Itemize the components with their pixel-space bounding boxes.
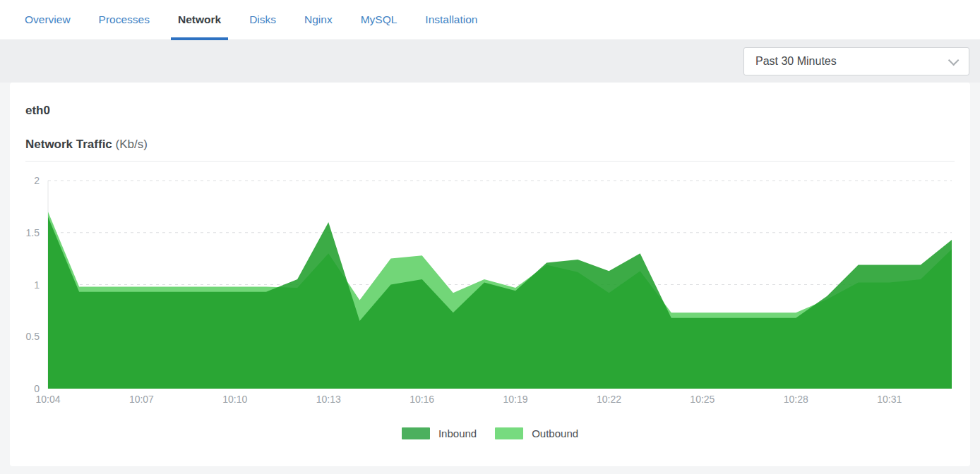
svg-text:0.5: 0.5 [26,331,40,342]
filter-band: Past 30 Minutes [0,40,980,83]
network-traffic-card: eth0 Network Traffic (Kb/s) 00.511.5210:… [10,83,970,466]
legend-label: Inbound [438,427,477,439]
svg-text:10:28: 10:28 [784,394,808,405]
tab-overview[interactable]: Overview [18,0,78,40]
chart-unit: (Kb/s) [116,138,148,151]
legend-item-inbound[interactable]: Inbound [402,427,477,439]
tab-network[interactable]: Network [171,0,228,40]
chevron-down-icon [948,54,960,66]
svg-text:10:19: 10:19 [503,394,528,405]
chart-title: Network Traffic (Kb/s) [10,118,970,161]
svg-text:10:31: 10:31 [877,394,902,405]
tab-mysql[interactable]: MySQL [354,0,405,40]
tab-processes[interactable]: Processes [92,0,157,40]
svg-text:1.5: 1.5 [26,227,40,238]
svg-text:10:25: 10:25 [690,394,715,405]
legend-item-outbound[interactable]: Outbound [495,427,578,439]
interface-title: eth0 [10,83,970,118]
time-range-value: Past 30 Minutes [755,55,837,68]
svg-text:0: 0 [34,383,40,394]
svg-text:1: 1 [34,279,40,291]
svg-text:10:04: 10:04 [35,394,60,405]
svg-text:10:07: 10:07 [129,394,154,405]
svg-text:10:16: 10:16 [410,394,434,405]
legend-label: Outbound [532,427,578,439]
tab-bar: OverviewProcessesNetworkDisksNginxMySQLI… [0,0,980,40]
svg-text:10:13: 10:13 [316,394,341,405]
svg-text:10:22: 10:22 [597,394,621,405]
chart-legend: InboundOutbound [10,427,970,439]
divider [25,161,955,162]
tab-installation[interactable]: Installation [418,0,484,40]
legend-swatch-outbound [495,427,523,439]
svg-text:2: 2 [34,175,40,186]
chart-area: 00.511.5210:0410:0710:1010:1310:1610:191… [13,168,970,418]
legend-swatch-inbound [402,427,430,439]
chart-title-text: Network Traffic [25,138,112,151]
time-range-dropdown[interactable]: Past 30 Minutes [743,47,969,75]
tab-disks[interactable]: Disks [242,0,283,40]
svg-text:10:10: 10:10 [222,394,247,405]
tab-nginx[interactable]: Nginx [297,0,340,40]
traffic-chart: 00.511.5210:0410:0710:1010:1310:1610:191… [13,168,967,415]
